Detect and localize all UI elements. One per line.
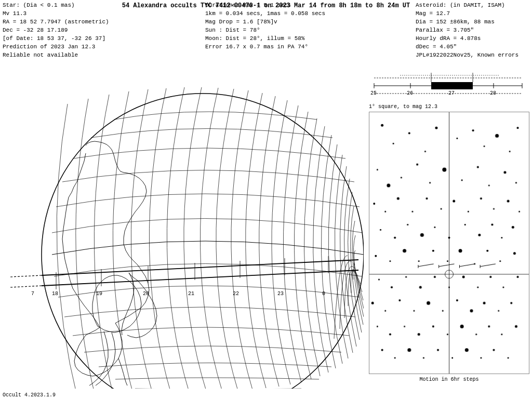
parallax: Parallax = 3.705" — [416, 26, 518, 35]
scale: 1km = 0.034 secs, 1mas = 0.058 secs — [205, 10, 325, 18]
date-coords: [of Date: 18 53 37, -32 26 37] — [3, 35, 109, 43]
jpl-ref: JPL#1922022Nov25, Known errors — [416, 51, 518, 60]
svg-rect-0 — [0, 52, 364, 389]
starfield-box — [369, 112, 529, 374]
starfield-title-text: 1° square, to mag 12.3 — [369, 104, 437, 110]
mv-value: Mv 11.3 — [3, 10, 109, 18]
svg-text:20: 20 — [143, 291, 149, 297]
header-mid: Durations: Max = 5.1 secs 1km = 0.034 se… — [205, 2, 325, 51]
svg-text:21: 21 — [188, 291, 194, 297]
mag-drop: Mag Drop = 1.6 [78%]v — [205, 18, 325, 26]
ddec: dDec = 4.05" — [416, 43, 518, 51]
header-right: Asteroid: (in DAMIT, ISAM) Mag = 12.7 Di… — [416, 2, 518, 60]
ra-value: RA = 18 52 7.7947 (astrometric) — [3, 18, 109, 26]
footer: Occult 4.2023.1.9 — [3, 392, 56, 398]
svg-text:25: 25 — [370, 90, 377, 96]
prediction-date: Prediction of 2023 Jan 12.3 — [3, 43, 109, 51]
asteroid-dia: Dia = 152 ±86km, 88 mas — [416, 18, 518, 26]
footer-text: Occult 4.2023.1.9 — [3, 392, 56, 398]
durations: Durations: Max = 5.1 secs — [205, 2, 325, 10]
right-panel: 25 26 27 28 1° square, to mag 12.3 — [364, 52, 532, 390]
sun-dist: Sun : Dist = 78° — [205, 26, 325, 35]
reliable-status: Reliable not available — [3, 51, 109, 60]
moon-dist: Moon: Dist = 28°, illum = 58% — [205, 35, 325, 43]
globe-area: 7 18 19 20 21 22 23 0 — [0, 52, 364, 390]
svg-text:0: 0 — [322, 291, 325, 297]
svg-text:18: 18 — [52, 291, 58, 297]
svg-text:28: 28 — [490, 90, 496, 96]
asteroid-mag: Mag = 12.7 — [416, 10, 518, 18]
star-label: Star: (Dia < 0.1 mas) — [3, 2, 109, 10]
dec-value: Dec = -32 28 17.189 — [3, 26, 109, 35]
starfield-label: 1° square, to mag 12.3 — [369, 104, 437, 110]
header: 54 Alexandra occults TYC 7412-00470-1 on… — [0, 0, 532, 13]
svg-text:23: 23 — [277, 291, 284, 297]
starfield-canvas — [369, 112, 529, 374]
asteroid-label: Asteroid: (in DAMIT, ISAM) — [416, 2, 518, 10]
error: Error 16.7 x 0.7 mas in PA 74° — [205, 43, 325, 51]
svg-rect-33 — [431, 82, 473, 89]
globe-svg: 7 18 19 20 21 22 23 0 — [0, 52, 364, 389]
svg-text:19: 19 — [96, 291, 102, 297]
header-left: Star: (Dia < 0.1 mas) Mv 11.3 RA = 18 52… — [3, 2, 109, 60]
svg-text:22: 22 — [233, 291, 239, 297]
svg-text:7: 7 — [31, 291, 34, 297]
svg-text:27: 27 — [448, 90, 455, 96]
main-area: 7 18 19 20 21 22 23 0 — [0, 52, 532, 390]
chord-timeline: 25 26 27 28 — [369, 62, 529, 104]
starfield-motion-text: Motion in 6hr steps — [419, 377, 478, 382]
chord-timeline-svg: 25 26 27 28 — [369, 62, 530, 104]
hourly-dra: Hourly dRA = 4.878s — [416, 35, 518, 43]
svg-text:26: 26 — [407, 90, 413, 96]
starfield-motion-label: Motion in 6hr steps — [369, 377, 529, 382]
